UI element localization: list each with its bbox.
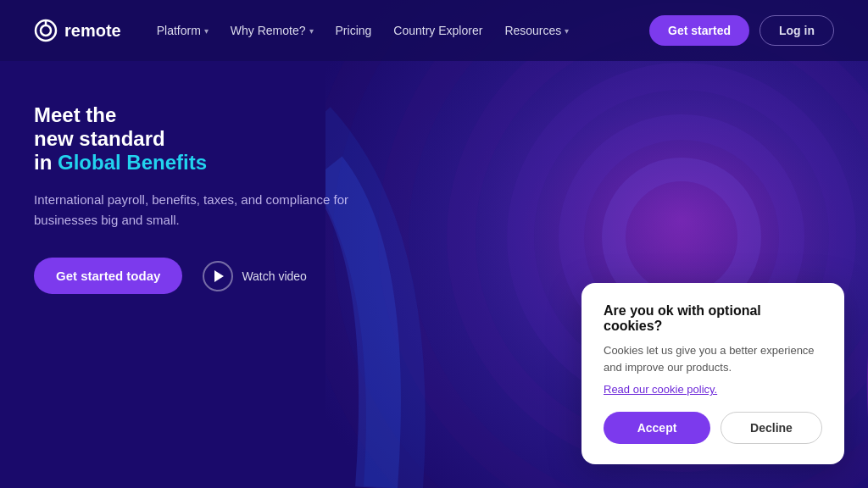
navbar: remote Platform ▾ Why Remote? ▾ Pricing … <box>0 0 868 61</box>
hero-cta-row: Get started today Watch video <box>34 258 492 294</box>
get-started-button[interactable]: Get started <box>649 15 749 46</box>
logo-text: remote <box>64 21 121 41</box>
cookie-policy-link[interactable]: Read our cookie policy. <box>604 383 717 396</box>
hero-headline-plain: in <box>34 151 52 174</box>
play-triangle-icon <box>214 270 224 282</box>
hero-headline: Meet the new standard in Global Benefits <box>34 103 492 175</box>
play-icon <box>203 261 233 291</box>
watch-video-button[interactable]: Watch video <box>203 261 307 291</box>
hero-headline-line2: new standard <box>34 127 492 151</box>
cookie-banner: Are you ok with optional cookies? Cookie… <box>581 283 844 464</box>
hero-headline-accent: Global Benefits <box>58 151 207 174</box>
navbar-right: Get started Log in <box>649 15 834 46</box>
nav-item-country-explorer[interactable]: Country Explorer <box>385 19 491 42</box>
chevron-down-icon: ▾ <box>204 26 209 36</box>
navbar-left: remote Platform ▾ Why Remote? ▾ Pricing … <box>34 19 577 42</box>
logo-icon <box>34 19 58 42</box>
login-button[interactable]: Log in <box>760 15 834 46</box>
logo[interactable]: remote <box>34 19 121 42</box>
cookie-title: Are you ok with optional cookies? <box>604 303 822 334</box>
hero-headline-line3: in Global Benefits <box>34 151 492 175</box>
nav-item-pricing[interactable]: Pricing <box>327 19 381 42</box>
hero-subtext: International payroll, benefits, taxes, … <box>34 190 398 230</box>
decline-cookies-button[interactable]: Decline <box>721 412 822 444</box>
chevron-down-icon: ▾ <box>309 26 314 36</box>
page-wrapper: remote Platform ▾ Why Remote? ▾ Pricing … <box>0 0 868 488</box>
accept-cookies-button[interactable]: Accept <box>604 412 710 444</box>
hero-section: Meet the new standard in Global Benefits… <box>0 61 526 294</box>
cookie-description: Cookies let us give you a better experie… <box>604 342 822 376</box>
cookie-buttons: Accept Decline <box>604 412 822 444</box>
watch-video-label: Watch video <box>242 269 307 283</box>
hero-cta-button[interactable]: Get started today <box>34 258 182 294</box>
chevron-down-icon: ▾ <box>565 26 569 36</box>
nav-item-platform[interactable]: Platform ▾ <box>148 19 217 42</box>
svg-point-9 <box>41 25 51 36</box>
nav-links: Platform ▾ Why Remote? ▾ Pricing Country… <box>148 19 578 42</box>
nav-item-why-remote[interactable]: Why Remote? ▾ <box>222 19 322 42</box>
nav-item-resources[interactable]: Resources ▾ <box>496 19 577 42</box>
hero-headline-line1: Meet the <box>34 103 492 127</box>
